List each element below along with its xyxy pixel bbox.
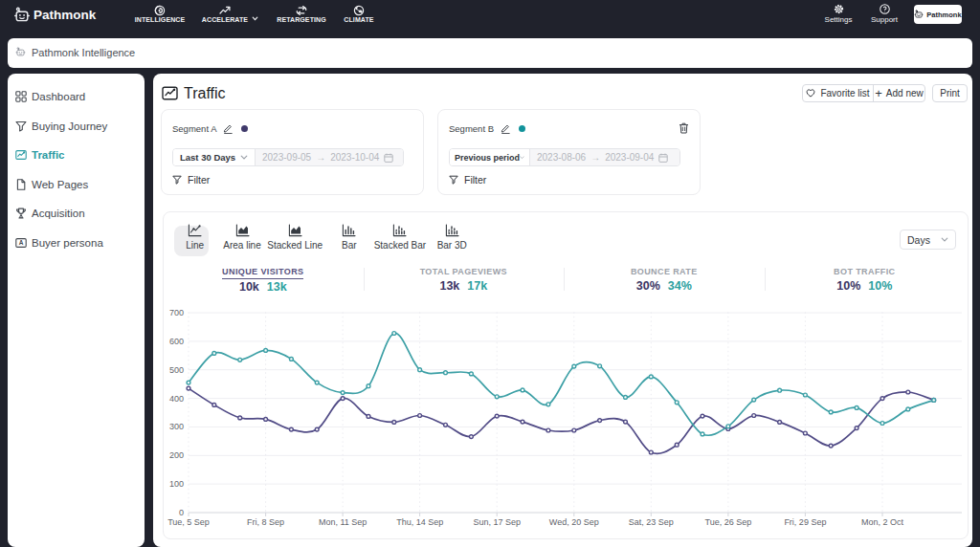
svg-text:Tue, 26 Sep: Tue, 26 Sep [705,517,752,527]
svg-text:500: 500 [169,365,184,375]
svg-text:Sat, 23 Sep: Sat, 23 Sep [629,517,674,527]
svg-text:Mon, 2 Oct: Mon, 2 Oct [861,517,904,527]
svg-text:Wed, 20 Sep: Wed, 20 Sep [549,517,599,527]
svg-text:Thu, 14 Sep: Thu, 14 Sep [396,517,443,527]
svg-text:Fri, 8 Sep: Fri, 8 Sep [247,517,284,527]
svg-text:A: A [19,239,24,246]
svg-text:400: 400 [169,394,184,404]
svg-text:Sun, 17 Sep: Sun, 17 Sep [473,517,521,527]
svg-text:0: 0 [179,508,184,517]
svg-text:600: 600 [169,337,184,346]
svg-text:Fri, 29 Sep: Fri, 29 Sep [784,517,826,527]
svg-text:Tue, 5 Sep: Tue, 5 Sep [167,517,210,527]
svg-text:200: 200 [169,450,184,460]
svg-text:300: 300 [169,422,184,431]
svg-text:100: 100 [169,479,184,489]
svg-text:Mon, 11 Sep: Mon, 11 Sep [319,517,367,527]
svg-text:700: 700 [169,308,184,317]
